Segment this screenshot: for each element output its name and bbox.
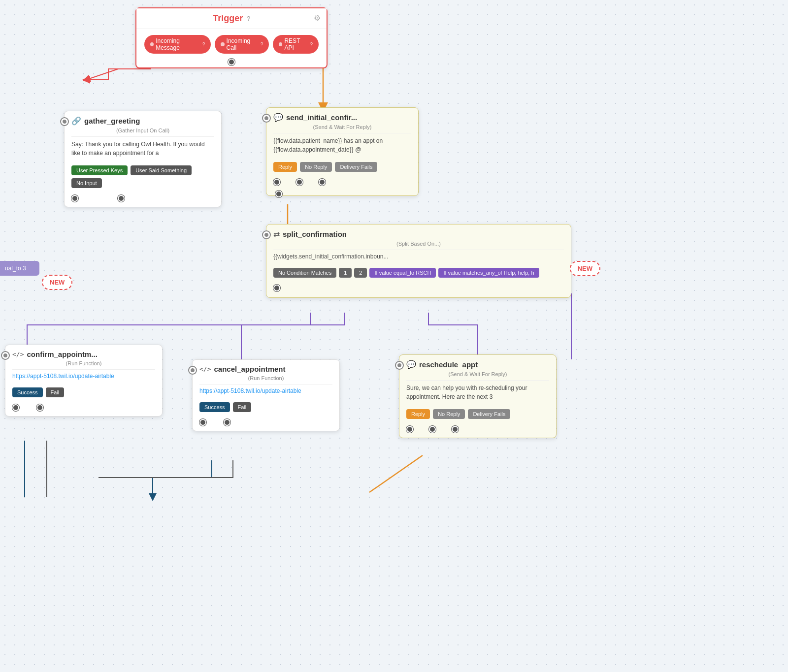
flow-canvas: Trigger ? ⚙ Incoming Message ? Incoming …: [0, 0, 788, 672]
left-new-badge[interactable]: NEW: [42, 275, 72, 290]
user-pressed-keys-badge[interactable]: User Pressed Keys: [71, 165, 128, 175]
incoming-call-pill[interactable]: Incoming Call ?: [215, 35, 269, 54]
trigger-pills: Incoming Message ? Incoming Call ? REST …: [136, 29, 327, 60]
cancel-appointment-node: </> cancel_appointment (Run Function) ht…: [192, 359, 340, 431]
confirm-connectors: Success Fail: [5, 384, 162, 404]
send-initial-dot-3: [319, 179, 326, 186]
gather-header: 🔗 gather_greeting: [65, 111, 221, 128]
if-value-help-badge[interactable]: If value matches_any_of Help, help, h: [438, 268, 539, 278]
reschedule-dot-1: [406, 426, 413, 433]
reschedule-subtitle: (Send & Wait For Reply): [399, 371, 556, 380]
split-body: {{widgets.send_initial_confirmation.inbo…: [266, 250, 571, 265]
send-initial-dot-1: [273, 179, 280, 186]
split-icon: ⇄: [273, 229, 280, 239]
send-initial-body: {{flow.data.patient_name}} has an appt o…: [266, 133, 418, 159]
cancel-subtitle: (Run Function): [193, 375, 339, 384]
rest-api-help[interactable]: ?: [310, 42, 313, 47]
split-new-badge[interactable]: NEW: [570, 261, 600, 276]
confirm-success-badge[interactable]: Success: [12, 387, 43, 397]
trigger-title: Trigger: [213, 13, 243, 24]
confirm-icon: </>: [12, 351, 24, 358]
send-initial-dot-2: [296, 179, 303, 186]
gather-connector-dot-1: [71, 195, 78, 202]
reschedule-icon: 💬: [406, 360, 416, 369]
reschedule-body: Sure, we can help you with re-scheduling…: [399, 381, 556, 406]
no-condition-matches-badge[interactable]: No Condition Matches: [273, 268, 336, 278]
incoming-message-label: Incoming Message: [156, 37, 200, 51]
reschedule-title: reschedule_appt: [419, 360, 478, 369]
incoming-message-help[interactable]: ?: [202, 42, 205, 47]
confirm-header: </> confirm_appointm...: [5, 345, 162, 360]
connections-svg: [0, 0, 788, 672]
send-initial-left-connector: [263, 115, 270, 122]
send-initial-reply-badge[interactable]: Reply: [273, 162, 297, 172]
reschedule-appt-node: 💬 reschedule_appt (Send & Wait For Reply…: [399, 354, 557, 438]
trigger-gear-icon[interactable]: ⚙: [314, 13, 321, 23]
cancel-dot-1: [199, 419, 206, 426]
split-confirmation-node: ⇄ split_confirmation (Split Based On...)…: [266, 224, 571, 298]
reschedule-reply-badge[interactable]: Reply: [406, 409, 430, 419]
incoming-message-pill[interactable]: Incoming Message ?: [144, 35, 211, 54]
send-initial-header: 💬 send_initial_confir...: [266, 108, 418, 124]
send-initial-bottom-dot: [275, 191, 282, 197]
split-1-badge[interactable]: 1: [339, 268, 352, 278]
split-connectors: No Condition Matches 1 2 If value equal_…: [266, 265, 571, 285]
gather-connectors: User Pressed Keys User Said Something No…: [65, 162, 221, 195]
cancel-title: cancel_appointment: [214, 365, 285, 373]
split-header: ⇄ split_confirmation: [266, 224, 571, 241]
split-2-badge[interactable]: 2: [354, 268, 367, 278]
split-title: split_confirmation: [283, 230, 347, 238]
send-initial-title: send_initial_confir...: [286, 113, 357, 122]
cancel-connectors: Success Fail: [193, 399, 339, 419]
send-initial-noreply-badge[interactable]: No Reply: [300, 162, 332, 172]
cancel-icon: </>: [199, 365, 211, 373]
confirm-appointment-node: </> confirm_appointm... (Run Function) h…: [5, 345, 163, 416]
cancel-url: https://appt-5108.twil.io/update-airtabl…: [193, 384, 339, 399]
gather-body: Say: Thank you for calling Owl Health. I…: [65, 137, 221, 162]
reschedule-dot-3: [452, 426, 459, 433]
cancel-left-connector: [189, 367, 196, 374]
gather-title: gather_greeting: [84, 117, 140, 125]
split-bottom-dot: [273, 285, 280, 291]
send-initial-delivery-badge[interactable]: Delivery Fails: [335, 162, 377, 172]
gather-subtitle: (Gather Input On Call): [65, 128, 221, 136]
gather-left-connector: [61, 118, 68, 125]
reschedule-header: 💬 reschedule_appt: [399, 355, 556, 371]
rest-api-label: REST API: [284, 37, 308, 51]
gather-icon: 🔗: [71, 116, 81, 126]
partial-left-node: ual_to 3: [0, 261, 39, 276]
confirm-dot-1: [12, 404, 19, 411]
reschedule-left-connector: [396, 362, 403, 369]
if-value-rsch-badge[interactable]: If value equal_to RSCH: [369, 268, 436, 278]
reschedule-delivery-badge[interactable]: Delivery Fails: [468, 409, 510, 419]
send-initial-subtitle: (Send & Wait For Reply): [266, 124, 418, 133]
user-said-something-badge[interactable]: User Said Something: [131, 165, 192, 175]
trigger-node: Trigger ? ⚙ Incoming Message ? Incoming …: [135, 7, 328, 68]
no-input-badge[interactable]: No Input: [71, 178, 102, 188]
trigger-bottom-connector: [228, 59, 235, 65]
confirm-left-connector: [2, 352, 9, 359]
split-subtitle: (Split Based On...): [266, 241, 571, 250]
send-initial-connectors: Reply No Reply Delivery Fails: [266, 159, 418, 179]
cancel-header: </> cancel_appointment: [193, 360, 339, 375]
confirm-subtitle: (Run Function): [5, 360, 162, 369]
send-initial-node: 💬 send_initial_confir... (Send & Wait Fo…: [266, 107, 419, 196]
gather-connector-dot-2: [118, 195, 125, 202]
trigger-header: Trigger ? ⚙: [136, 8, 327, 29]
incoming-call-help[interactable]: ?: [261, 42, 263, 47]
cancel-dot-2: [224, 419, 230, 426]
split-left-connector: [263, 231, 270, 238]
confirm-fail-badge[interactable]: Fail: [46, 387, 65, 397]
reschedule-dot-2: [429, 426, 436, 433]
confirm-dot-2: [36, 404, 43, 411]
svg-line-2: [369, 455, 423, 492]
reschedule-noreply-badge[interactable]: No Reply: [433, 409, 465, 419]
reschedule-connectors: Reply No Reply Delivery Fails: [399, 406, 556, 426]
trigger-help-icon[interactable]: ?: [247, 15, 250, 22]
confirm-url: https://appt-5108.twil.io/update-airtabl…: [5, 370, 162, 384]
rest-api-pill[interactable]: REST API ?: [273, 35, 319, 54]
confirm-title: confirm_appointm...: [27, 350, 97, 358]
cancel-fail-badge[interactable]: Fail: [233, 402, 252, 412]
incoming-call-label: Incoming Call: [227, 37, 259, 51]
cancel-success-badge[interactable]: Success: [199, 402, 230, 412]
